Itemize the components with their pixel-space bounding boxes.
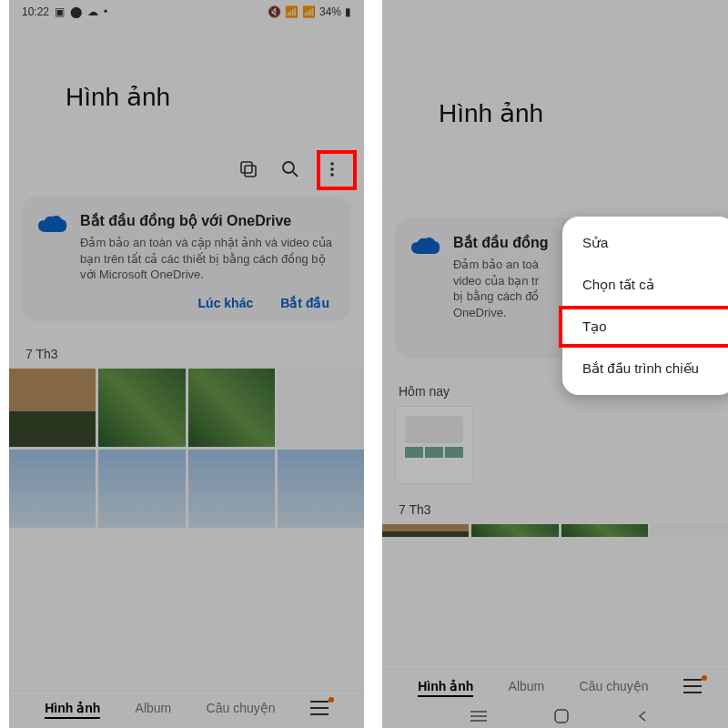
wifi-icon: 📶 [285,5,298,18]
card-desc: Đảm bảo an toàn và cập nhật ảnh và video… [80,235,337,283]
menu-item-slideshow[interactable]: Bắt đầu trình chiếu [562,348,728,389]
highlight-create-item [559,306,728,348]
highlight-more-button [317,150,357,190]
thumbnail-row-today [382,406,728,484]
tab-album[interactable]: Album [136,701,172,715]
status-time: 10:22 [22,5,49,18]
photo-thumb[interactable] [188,369,275,447]
photo-thumb[interactable] [382,524,469,537]
battery-icon: ▮ [345,5,351,18]
photo-thumb[interactable] [395,406,473,484]
back-nav-icon[interactable] [636,710,649,723]
card-title: Bắt đầu đồng bộ với OneDrive [80,212,337,229]
photo-thumb[interactable] [278,450,364,528]
facebook-icon: ⬤ [70,5,82,18]
tab-album[interactable]: Album [509,679,545,693]
tab-pictures[interactable]: Hình ảnh [45,701,100,715]
photo-thumb[interactable] [9,369,96,447]
svg-rect-0 [241,162,252,173]
photo-thumb[interactable] [98,369,185,447]
page-title: Hình ảnh [382,0,728,128]
hamburger-icon[interactable] [310,701,329,715]
menu-item-select-all[interactable]: Chọn tất cả [562,264,728,306]
home-nav-icon[interactable] [554,709,569,723]
cloud-indicator-icon: ☁ [87,5,98,18]
card-desc: Đảm bảo an toà video của bạn tr bị bằng … [453,257,549,320]
bottom-tabs: Hình ảnh Album Câu chuyện [9,691,364,724]
toolbar [9,112,364,188]
hamburger-icon[interactable] [683,679,702,693]
gallery-indicator-icon: ▣ [55,5,65,18]
svg-point-2 [283,162,294,173]
search-icon[interactable] [280,159,300,179]
android-nav-bar [382,704,728,728]
svg-line-3 [293,172,298,177]
photo-thumb[interactable] [98,450,185,528]
page-title: Hình ảnh [9,20,364,112]
thumbnail-row-2 [9,450,364,528]
thumbnail-row-1 [9,369,364,447]
mute-icon: 🔇 [268,5,281,18]
svg-rect-1 [245,166,256,177]
svg-rect-10 [555,710,568,723]
status-bar: 10:22 ▣ ⬤ ☁ • 🔇 📶 📶 34% ▮ [9,0,364,20]
photo-thumb[interactable] [9,450,96,528]
screenshot-left: 10:22 ▣ ⬤ ☁ • 🔇 📶 📶 34% ▮ Hình ảnh [9,0,364,728]
menu-item-edit[interactable]: Sửa [562,222,728,264]
recents-nav-icon[interactable] [470,710,487,723]
date-section-label: 7 Th3 [382,484,728,524]
signal-icon: 📶 [302,5,316,18]
date-section-label: 7 Th3 [9,329,364,369]
photo-thumb[interactable] [188,450,275,528]
battery-text: 34% [319,5,341,18]
start-button[interactable]: Bắt đầu [280,296,329,310]
photo-thumb[interactable] [561,524,648,537]
onedrive-icon [410,236,440,259]
photo-thumb[interactable] [471,524,558,537]
onedrive-card: Bắt đầu đồng bộ với OneDrive Đảm bảo an … [22,196,351,321]
onedrive-icon [36,214,67,238]
thumbnail-row-peek [382,524,728,537]
card-title: Bắt đầu đồng [453,234,549,251]
photo-thumb[interactable] [651,524,728,537]
later-button[interactable]: Lúc khác [198,296,254,310]
tab-story[interactable]: Câu chuyện [207,701,276,715]
tab-pictures[interactable]: Hình ảnh [418,679,473,693]
stack-icon[interactable] [238,159,258,179]
tab-story[interactable]: Câu chuyện [580,679,649,693]
photo-thumb[interactable] [278,369,364,447]
more-indicator: • [104,5,107,18]
bottom-tabs: Hình ảnh Album Câu chuyện [382,669,728,703]
